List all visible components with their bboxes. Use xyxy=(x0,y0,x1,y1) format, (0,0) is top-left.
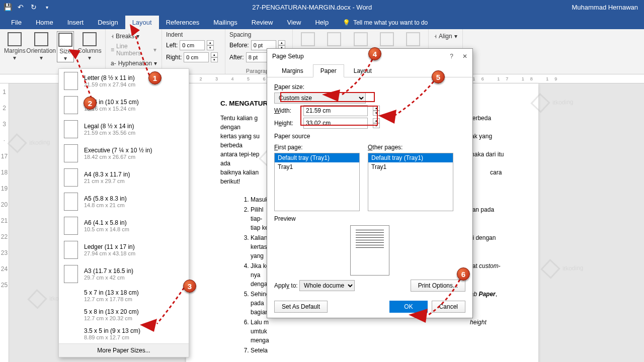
dlg-tab-paper[interactable]: Paper xyxy=(313,64,344,77)
current-user: Muhammad Hernawan xyxy=(572,4,642,11)
selection-pane-button[interactable] xyxy=(402,31,424,47)
paper-size-label: Paper size: xyxy=(274,83,465,90)
align-button[interactable]: ⫞ Align ▾ xyxy=(433,31,458,41)
dlg-tab-margins[interactable]: Margins xyxy=(274,64,311,77)
vertical-ruler[interactable]: 123·171819202122232425 xyxy=(0,83,9,362)
tab-layout[interactable]: Layout xyxy=(125,16,159,29)
apply-to-label: Apply to: xyxy=(274,282,298,289)
save-icon[interactable]: 💾 xyxy=(2,2,13,13)
tab-design[interactable]: Design xyxy=(91,16,125,29)
first-page-list[interactable]: Default tray (Tray1)Tray1 xyxy=(274,153,360,211)
callout-4: 4 xyxy=(368,47,381,60)
indent-left-label: Left: xyxy=(166,42,178,49)
before-label: Before: xyxy=(229,42,249,49)
indent-right-input[interactable] xyxy=(184,52,209,62)
callout-1: 1 xyxy=(148,71,162,84)
spin-down-icon[interactable]: ▾ xyxy=(207,45,214,50)
set-default-button[interactable]: Set As Default xyxy=(274,301,328,313)
position-button[interactable] xyxy=(297,31,319,47)
size-option[interactable]: A6 (4.1 x 5.8 in)10.5 cm x 14.8 cm xyxy=(59,214,189,238)
cancel-button[interactable]: Cancel xyxy=(432,301,465,313)
size-option[interactable]: 5 x 8 in (13 x 20 cm)12.7 cm x 20.32 cm xyxy=(59,305,189,324)
tab-references[interactable]: References xyxy=(159,16,206,29)
paper-size-menu: Letter (8 ½ x 11 in)21.59 cm x 27.94 cm4… xyxy=(58,68,189,357)
bulb-icon: 💡 xyxy=(343,19,350,26)
margins-button[interactable]: Margins▾ xyxy=(4,31,26,61)
preview-image xyxy=(350,225,389,276)
columns-button[interactable]: Columns▾ xyxy=(78,31,101,61)
help-icon[interactable]: ? xyxy=(450,53,453,60)
undo-icon[interactable]: ↶ xyxy=(15,2,26,13)
height-label: Height: xyxy=(274,120,298,127)
callout-6: 6 xyxy=(457,267,470,281)
hyphenation-button[interactable]: a- Hyphenation ▾ xyxy=(110,58,157,68)
ok-button[interactable]: OK xyxy=(389,301,427,313)
tab-help[interactable]: Help xyxy=(308,16,336,29)
dlg-tab-layout[interactable]: Layout xyxy=(346,64,379,77)
size-option[interactable]: Ledger (11 x 17 in)27.94 cm x 43.18 cm xyxy=(59,238,189,262)
tab-view[interactable]: View xyxy=(280,16,308,29)
size-option[interactable]: 4 x 6 in (10 x 15 cm)10.16 cm x 15.24 cm xyxy=(59,93,189,117)
size-option[interactable]: A4 (8.3 x 11.7 in)21 cm x 29.7 cm xyxy=(59,165,189,190)
size-option[interactable]: Legal (8 ½ x 14 in)21.59 cm x 35.56 cm xyxy=(59,117,189,141)
size-button[interactable]: Size▾ xyxy=(57,31,74,62)
size-option[interactable]: 3.5 x 5 in (9 x 13 cm)8.89 cm x 12.7 cm xyxy=(59,324,189,343)
size-option[interactable]: Letter (8 ½ x 11 in)21.59 cm x 27.94 cm xyxy=(59,69,189,93)
width-input[interactable] xyxy=(303,105,368,116)
tab-insert[interactable]: Insert xyxy=(60,16,91,29)
tab-review[interactable]: Review xyxy=(245,16,280,29)
orientation-button[interactable]: Orientation▾ xyxy=(30,31,53,61)
callout-3: 3 xyxy=(183,280,196,293)
paper-source-label: Paper source xyxy=(274,133,465,140)
indent-label: Indent xyxy=(166,31,221,38)
other-pages-label: Other pages: xyxy=(368,144,453,151)
size-option[interactable]: 5 x 7 in (13 x 18 cm)12.7 cm x 17.78 cm xyxy=(59,286,189,305)
close-icon[interactable]: ✕ xyxy=(462,53,467,60)
size-option[interactable]: A5 (5.8 x 8.3 in)14.8 cm x 21 cm xyxy=(59,190,189,214)
send-backward-button[interactable] xyxy=(376,31,398,47)
page-setup-dialog: Page Setup ?✕ Margins Paper Layout Paper… xyxy=(267,48,473,318)
tab-home[interactable]: Home xyxy=(29,16,60,29)
apply-to-select[interactable]: Whole document xyxy=(299,280,355,291)
indent-left-input[interactable] xyxy=(180,40,205,50)
indent-right-label: Right: xyxy=(166,54,182,61)
paper-size-select[interactable]: Custom size xyxy=(274,93,366,104)
wrap-text-button[interactable] xyxy=(323,31,345,47)
qat-more-icon[interactable]: ▾ xyxy=(41,2,52,13)
redo-icon[interactable]: ↻ xyxy=(28,2,39,13)
size-option[interactable]: A3 (11.7 x 16.5 in)29.7 cm x 42 cm xyxy=(59,262,189,286)
more-paper-sizes[interactable]: More Paper Sizes... xyxy=(59,343,189,357)
breaks-button[interactable]: ⫞ Breaks ▾ xyxy=(110,31,157,41)
spacing-label: Spacing xyxy=(229,31,288,38)
size-option[interactable]: Executive (7 ¼ x 10 ½ in)18.42 cm x 26.6… xyxy=(59,141,189,165)
tell-me[interactable]: 💡Tell me what you want to do xyxy=(336,16,435,29)
preview-label: Preview xyxy=(274,215,465,222)
width-label: Width: xyxy=(274,107,298,114)
spin-up-icon[interactable]: ▴ xyxy=(207,40,214,45)
bring-forward-button[interactable] xyxy=(349,31,371,47)
dialog-title: Page Setup xyxy=(272,53,304,60)
after-label: After: xyxy=(229,54,244,61)
first-page-label: First page: xyxy=(274,144,360,151)
callout-2: 2 xyxy=(84,97,97,110)
callout-5: 5 xyxy=(432,70,445,83)
document-title: 27-PENGATURAN-MARGIN.docx - Word xyxy=(52,4,572,11)
tab-file[interactable]: File xyxy=(4,16,29,29)
other-pages-list[interactable]: Default tray (Tray1)Tray1 xyxy=(368,153,453,211)
tab-mailings[interactable]: Mailings xyxy=(206,16,245,29)
print-options-button[interactable]: Print Options... xyxy=(411,280,465,292)
line-numbers-button[interactable]: ≡ Line Numbers ▾ xyxy=(110,41,157,58)
height-input[interactable] xyxy=(303,118,368,129)
